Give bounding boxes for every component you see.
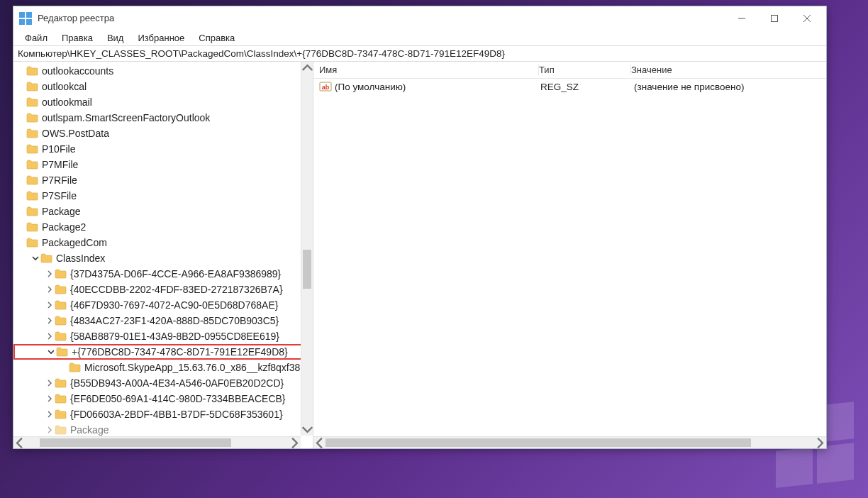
chevron-none	[16, 97, 26, 107]
tree-vertical-scrollbar[interactable]	[301, 62, 313, 436]
menu-favorites[interactable]: Избранное	[130, 31, 191, 45]
tree-item[interactable]: ClassIndex	[13, 250, 313, 266]
folder-icon	[26, 128, 38, 138]
values-panel: Имя Тип Значение ab (По умолчанию) REG_S…	[313, 62, 826, 448]
tree-item[interactable]: {40ECCDBB-2202-4FDF-83ED-272187326B7A}	[13, 282, 313, 297]
folder-icon	[55, 409, 67, 419]
chevron-none	[16, 66, 26, 76]
tree-item[interactable]: {37D4375A-D06F-4CCE-A966-EA8AF9386989}	[13, 266, 313, 282]
menu-view[interactable]: Вид	[100, 31, 131, 45]
tree-item-label: {46F7D930-7697-4072-AC90-0E5D68D768AE}	[70, 299, 278, 311]
folder-icon	[26, 238, 38, 248]
folder-icon	[55, 316, 67, 326]
tree-item[interactable]: outlspam.SmartScreenFactoryOutlook	[13, 110, 313, 126]
chevron-right-icon[interactable]	[45, 269, 55, 279]
values-horizontal-scrollbar[interactable]	[313, 436, 826, 448]
close-button[interactable]	[791, 8, 823, 29]
tree-item-label: {58AB8879-01E1-43A9-8B2D-0955CD8EE619}	[70, 331, 279, 342]
scroll-down-arrow-icon[interactable]	[301, 424, 313, 436]
col-type[interactable]: Тип	[539, 65, 631, 75]
tree-item[interactable]: {58AB8879-01E1-43A9-8B2D-0955CD8EE619}	[13, 328, 313, 344]
tree-item[interactable]: P7MFile	[13, 157, 313, 172]
tree-item[interactable]: {FD06603A-2BDF-4BB1-B7DF-5DC68F353601}	[13, 406, 313, 422]
scrollbar-thumb[interactable]	[40, 438, 231, 447]
minimize-button[interactable]	[725, 8, 758, 29]
tree-item-label: outlookaccounts	[42, 65, 113, 77]
tree-item[interactable]: outlookmail	[13, 94, 313, 110]
col-data[interactable]: Значение	[631, 65, 826, 75]
scrollbar-thumb[interactable]	[326, 438, 751, 447]
folder-icon	[55, 300, 67, 310]
tree-item-label: {FD06603A-2BDF-4BB1-B7DF-5DC68F353601}	[70, 409, 283, 420]
chevron-none	[16, 160, 26, 170]
scroll-up-arrow-icon[interactable]	[301, 62, 313, 74]
tree-item[interactable]: Package	[13, 204, 313, 219]
tree-item[interactable]: P10File	[13, 141, 313, 157]
folder-icon	[40, 253, 52, 263]
tree-item[interactable]: PackagedCom	[13, 235, 313, 250]
tree-item[interactable]: {4834AC27-23F1-420A-888D-85DC70B903C5}	[13, 313, 313, 328]
tree-item[interactable]: Package	[13, 422, 313, 438]
chevron-down-icon[interactable]	[46, 347, 56, 357]
tree-item-label: P7RFile	[42, 175, 77, 186]
value-name: (По умолчанию)	[335, 82, 540, 92]
menu-file[interactable]: Файл	[18, 31, 55, 45]
folder-icon	[55, 394, 67, 404]
chevron-right-icon[interactable]	[45, 425, 55, 435]
folder-icon	[55, 284, 67, 294]
scroll-right-arrow-icon[interactable]	[289, 437, 301, 448]
chevron-right-icon[interactable]	[45, 300, 55, 310]
chevron-right-icon[interactable]	[45, 378, 55, 388]
folder-icon	[26, 144, 38, 154]
folder-icon	[26, 97, 38, 107]
tree-panel: outlookaccountsoutlookcaloutlookmailoutl…	[13, 62, 313, 448]
chevron-none	[16, 175, 26, 185]
tree-horizontal-scrollbar[interactable]	[13, 436, 301, 448]
tree-item-label: Package2	[42, 221, 86, 233]
chevron-right-icon[interactable]	[45, 409, 55, 419]
chevron-none	[16, 113, 26, 123]
chevron-none	[16, 82, 26, 92]
tree-item[interactable]: +{776DBC8D-7347-478C-8D71-791E12EF49D8}	[13, 344, 313, 360]
regedit-window: Редактор реестра Файл Правка Вид Избранн…	[13, 6, 827, 449]
string-value-icon: ab	[319, 81, 332, 92]
chevron-down-icon[interactable]	[30, 253, 40, 263]
folder-icon	[55, 331, 67, 341]
menu-edit[interactable]: Правка	[55, 31, 100, 45]
scroll-right-arrow-icon[interactable]	[814, 437, 826, 449]
col-name[interactable]: Имя	[319, 65, 539, 75]
tree-item[interactable]: Package2	[13, 219, 313, 235]
window-title: Редактор реестра	[38, 13, 725, 23]
chevron-none	[16, 191, 26, 201]
folder-icon	[26, 191, 38, 201]
chevron-right-icon[interactable]	[45, 316, 55, 326]
folder-icon	[26, 160, 38, 170]
maximize-button[interactable]	[758, 8, 791, 29]
tree-item[interactable]: Microsoft.SkypeApp_15.63.76.0_x86__kzf8q…	[13, 360, 313, 375]
chevron-none	[16, 222, 26, 232]
folder-icon	[26, 66, 38, 76]
tree-item-label: {EF6DE050-69A1-414C-980D-7334BBEACECB}	[70, 393, 286, 404]
values-header: Имя Тип Значение	[313, 62, 826, 79]
chevron-right-icon[interactable]	[45, 284, 55, 294]
folder-icon	[55, 269, 67, 279]
tree-item[interactable]: {EF6DE050-69A1-414C-980D-7334BBEACECB}	[13, 391, 313, 406]
chevron-right-icon[interactable]	[45, 331, 55, 341]
scrollbar-thumb[interactable]	[303, 250, 311, 289]
folder-icon	[69, 363, 81, 372]
menu-help[interactable]: Справка	[191, 31, 242, 45]
tree-item[interactable]: P7RFile	[13, 172, 313, 188]
tree-item[interactable]: outlookcal	[13, 79, 313, 94]
tree-item[interactable]: OWS.PostData	[13, 126, 313, 141]
tree-item-label: {B55DB943-A00A-4E34-A546-0AF0EB20D2CD}	[70, 377, 284, 389]
scroll-left-arrow-icon[interactable]	[13, 437, 26, 448]
address-bar[interactable]: Компьютер\HKEY_CLASSES_ROOT\PackagedCom\…	[13, 45, 826, 62]
tree-item[interactable]: {46F7D930-7697-4072-AC90-0E5D68D768AE}	[13, 297, 313, 313]
tree-item[interactable]: outlookaccounts	[13, 63, 313, 79]
tree-item[interactable]: P7SFile	[13, 188, 313, 204]
chevron-right-icon[interactable]	[45, 394, 55, 404]
tree-item[interactable]: {B55DB943-A00A-4E34-A546-0AF0EB20D2CD}	[13, 375, 313, 391]
value-row[interactable]: ab (По умолчанию) REG_SZ (значение не пр…	[313, 79, 826, 94]
tree-item-label: {40ECCDBB-2202-4FDF-83ED-272187326B7A}	[70, 284, 283, 295]
scroll-left-arrow-icon[interactable]	[313, 437, 326, 449]
